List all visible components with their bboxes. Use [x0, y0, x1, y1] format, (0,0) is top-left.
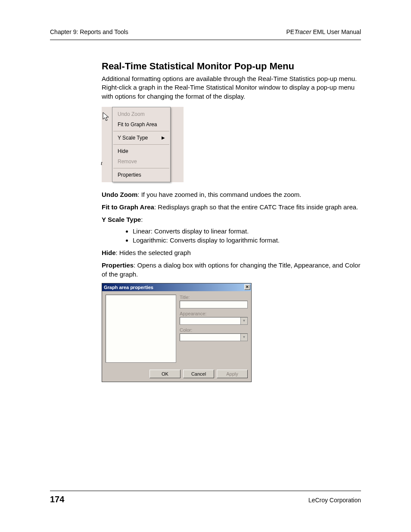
dropdown-arrow-icon: ▼ [240, 334, 247, 341]
axis-t-marker: t [101, 160, 103, 167]
section-title: Real-Time Statistical Monitor Pop-up Men… [102, 61, 361, 72]
desc-fit: Fit to Graph Area: Redisplays graph so t… [102, 202, 361, 212]
yscale-options-list: Linear: Converts display to linear forma… [133, 227, 361, 244]
dialog-button-row: OK Cancel Apply [102, 366, 251, 382]
menu-divider [113, 131, 169, 131]
header-manual: PETracer EML User Manual [286, 28, 361, 35]
dropdown-arrow-icon: ▼ [240, 317, 247, 324]
cancel-button[interactable]: Cancel [183, 370, 214, 378]
desc-hide: Hide: Hides the selected graph [102, 248, 361, 257]
page-number: 174 [50, 495, 64, 504]
menu-fit-to-graph[interactable]: Fit to Graph Area [112, 119, 170, 130]
footer-company: LeCroy Corporation [308, 497, 361, 504]
menu-undo-zoom[interactable]: Undo Zoom [112, 109, 170, 119]
dialog-title: Graph area properties [104, 285, 153, 290]
popup-menu-figure: Undo Zoom Fit to Graph Area Y Scale Type… [102, 107, 184, 182]
ok-button[interactable]: OK [149, 370, 181, 378]
menu-hide[interactable]: Hide [112, 146, 170, 156]
page-footer: 174 LeCroy Corporation [50, 491, 361, 504]
appearance-field-label: Appearance: [180, 311, 248, 316]
page-header: Chapter 9: Reports and Tools PETracer EM… [50, 28, 361, 40]
dialog-preview-pane [106, 295, 176, 363]
desc-properties: Properties: Opens a dialog box with opti… [102, 261, 361, 279]
menu-properties[interactable]: Properties [112, 170, 170, 180]
properties-dialog: Graph area properties ✕ Title: Appearanc… [102, 283, 252, 382]
menu-y-scale-type[interactable]: Y Scale Type ▶ [112, 133, 170, 143]
title-field-label: Title: [180, 295, 248, 300]
appearance-select[interactable]: ▼ [180, 317, 248, 325]
menu-remove[interactable]: Remove [112, 156, 170, 167]
color-field-label: Color: [180, 327, 248, 333]
apply-button[interactable]: Apply [217, 370, 248, 378]
menu-divider [113, 168, 169, 168]
dialog-fields: Title: Appearance: ▼ Color: ▼ [180, 295, 248, 363]
dialog-body: Title: Appearance: ▼ Color: ▼ [102, 291, 251, 366]
desc-undo-zoom: Undo Zoom: If you have zoomed in, this c… [102, 190, 361, 199]
header-chapter: Chapter 9: Reports and Tools [50, 28, 128, 35]
yscale-linear: Linear: Converts display to linear forma… [133, 227, 361, 235]
dialog-close-button[interactable]: ✕ [244, 284, 250, 290]
cursor-icon [103, 112, 110, 122]
context-menu: Undo Zoom Fit to Graph Area Y Scale Type… [112, 107, 171, 182]
yscale-logarithmic: Logarithmic: Converts display to logarit… [133, 236, 361, 244]
menu-divider [113, 144, 169, 145]
submenu-arrow-icon: ▶ [162, 135, 165, 140]
desc-yscale: Y Scale Type: [102, 215, 361, 224]
intro-paragraph: Additional formatting options are availa… [102, 75, 361, 101]
title-input[interactable] [180, 301, 248, 308]
color-select[interactable]: ▼ [180, 333, 248, 341]
dialog-titlebar: Graph area properties ✕ [102, 283, 251, 291]
